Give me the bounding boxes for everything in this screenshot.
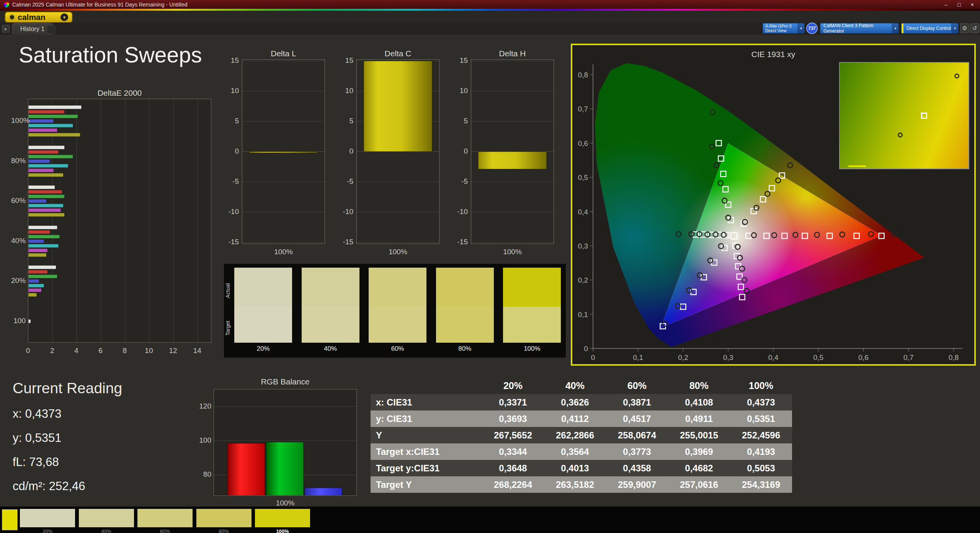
row-label: Target x:CIE31: [371, 446, 482, 457]
chart-title: Delta H: [471, 49, 554, 58]
inset-scale-tick: [848, 165, 866, 167]
chevron-down-icon[interactable]: ▾: [892, 23, 898, 33]
refresh-button[interactable]: ↺: [970, 23, 979, 33]
table-cell: 254,3169: [730, 479, 792, 490]
table-row: Target y:CIE310,36480,40130,43580,46820,…: [371, 460, 792, 476]
target-axis-label: Target: [225, 321, 231, 336]
display-control-dropdown[interactable]: Direct Display Control ▾: [901, 23, 959, 34]
chart-title: RGB Balance: [214, 377, 357, 386]
pattern-swatch[interactable]: [255, 509, 310, 527]
svg-text:0,4: 0,4: [768, 353, 779, 361]
column-header: 20%: [482, 380, 544, 391]
x-tick-label: 4: [69, 347, 84, 355]
x-tick-label: 12: [165, 347, 181, 355]
table-cell: 0,4013: [544, 463, 606, 474]
pattern-generator-dropdown[interactable]: CalMAN Client 3 Pattern Generator ▾: [820, 23, 899, 34]
x-axis-label: 100%: [471, 248, 554, 256]
pattern-swatch-label: 60%: [137, 528, 193, 533]
maximize-button[interactable]: □: [957, 2, 960, 8]
chevron-down-icon[interactable]: ▾: [951, 23, 958, 33]
inset-measured-circle: [898, 132, 903, 137]
inset-target-square: [921, 113, 927, 119]
deltae-plot: [28, 99, 211, 342]
logo-row: ✱ calman ▾: [0, 11, 980, 23]
inset-measured-circle: [954, 74, 959, 78]
meter-dropdown[interactable]: X-Rite i1Pro 3 Direct View ▾: [763, 23, 805, 34]
table-cell: 259,9007: [606, 479, 668, 490]
table-cell: 0,4108: [668, 397, 730, 408]
deltae-group-label: 60%: [11, 196, 26, 205]
table-row: Y267,5652262,2866258,0674255,0015252,459…: [371, 427, 792, 443]
table-cell: 0,5351: [730, 414, 792, 424]
display-control-name: Direct Display Control: [906, 26, 951, 31]
minimize-button[interactable]: –: [945, 2, 948, 8]
y-tick-label: 100: [192, 436, 211, 445]
svg-text:0,8: 0,8: [578, 71, 588, 79]
panel-expand-button[interactable]: ▸: [2, 25, 10, 33]
row-label: x: CIE31: [371, 397, 482, 408]
pattern-swatch[interactable]: [79, 509, 134, 527]
column-header: 60%: [606, 380, 668, 391]
svg-text:0,6: 0,6: [578, 139, 588, 147]
pattern-swatch-label: 100%: [255, 528, 310, 533]
x-axis-label: 100%: [242, 248, 325, 256]
calman-menu-button[interactable]: ✱ calman ▾: [5, 11, 73, 23]
table-header-row: 20%40%60%80%100%: [371, 377, 792, 394]
svg-text:0: 0: [584, 345, 588, 353]
row-label: Target Y: [371, 479, 482, 490]
table-cell: 252,4596: [730, 430, 792, 441]
deltae-2000-chart: DeltaE 2000 100%80%60%40%20%100024681012…: [11, 91, 225, 363]
table-cell: 267,5652: [482, 430, 544, 441]
table-cell: 0,3626: [544, 397, 606, 408]
table-cell: 0,3693: [482, 414, 544, 424]
chevron-down-icon[interactable]: ▾: [60, 13, 68, 21]
calman-flower-icon: ✱: [9, 13, 15, 21]
svg-text:0,2: 0,2: [578, 276, 588, 284]
y-tick-label: 0: [332, 147, 353, 155]
pattern-swatch[interactable]: [196, 509, 252, 527]
y-tick-label: 120: [192, 402, 211, 410]
table-cell: 0,5053: [730, 463, 792, 474]
table-cell: 0,4682: [668, 463, 730, 474]
target-color: [503, 307, 561, 343]
y-tick-label: 5: [447, 117, 468, 125]
tab-stub[interactable]: [47, 25, 55, 34]
chevron-down-icon[interactable]: ▾: [797, 23, 804, 33]
close-button[interactable]: ×: [971, 2, 974, 8]
reading-y: y: 0,5351: [13, 431, 122, 445]
y-tick-label: -5: [218, 177, 239, 186]
calman-app: Calman 2025 Calman Ultimate for Business…: [0, 0, 980, 533]
pattern-generator-name: CalMAN Client 3 Pattern Generator: [823, 23, 892, 34]
pattern-swatch[interactable]: [137, 509, 193, 527]
current-reading: Current Reading x: 0,4373 y: 0,5351 fL: …: [13, 380, 122, 493]
target-color: [302, 307, 359, 343]
chart-title: DeltaE 2000: [28, 88, 211, 98]
x-tick-label: 6: [93, 347, 108, 355]
x-tick-label: 0: [20, 347, 36, 355]
table-cell: 0,3648: [482, 463, 544, 474]
table-cell: 0,4193: [730, 446, 792, 457]
saturation-swatch: [503, 268, 561, 343]
x-axis-label: 100%: [356, 248, 439, 256]
delta-h-plot: [471, 60, 554, 244]
svg-text:0,1: 0,1: [578, 311, 588, 319]
table-cell: 0,3344: [482, 446, 544, 457]
table-cell: 0,3969: [668, 446, 730, 457]
y-tick-label: 0: [447, 147, 468, 155]
calman-logo-text: calman: [18, 13, 45, 22]
y-tick-label: -15: [447, 238, 468, 246]
y-tick-label: -10: [332, 208, 353, 216]
table-cell: 262,2866: [544, 430, 606, 441]
table-cell: 268,2264: [482, 479, 544, 490]
column-header: 80%: [668, 380, 730, 391]
rgb-plot: [214, 389, 356, 495]
svg-text:0,4: 0,4: [578, 208, 588, 216]
chart-title: Delta L: [242, 49, 325, 58]
x-tick-label: 10: [141, 347, 157, 355]
settings-gear-button[interactable]: ⚙: [960, 23, 969, 33]
target-color: [369, 307, 426, 343]
swatch-label: 80%: [436, 345, 494, 353]
delta-l-plot: [242, 60, 325, 244]
pattern-swatch[interactable]: [20, 509, 75, 527]
deltae-group-label: 20%: [11, 276, 26, 285]
